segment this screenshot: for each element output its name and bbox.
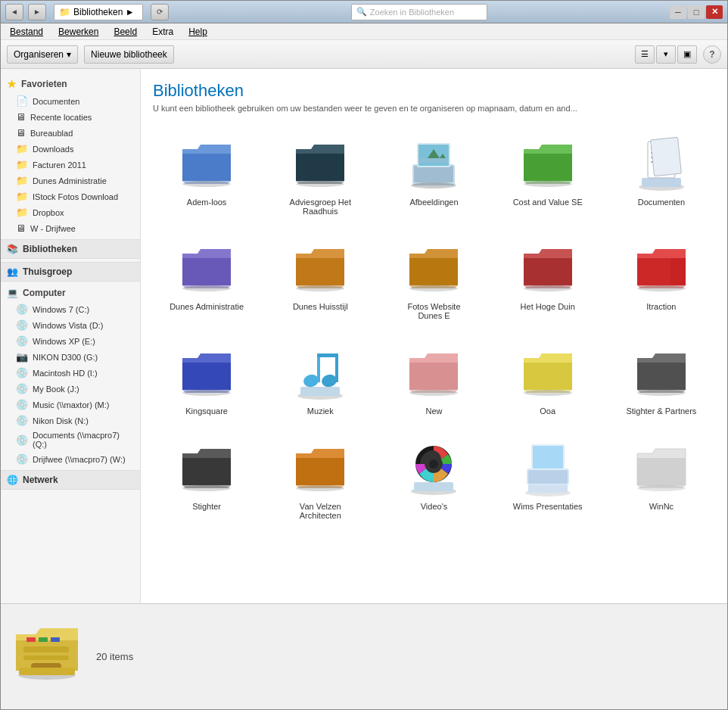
sidebar-item-facturen[interactable]: 📁 Facturen 2011	[1, 157, 140, 173]
items-grid: Adem-loos Adviesgroep Het Raadhuis	[153, 128, 715, 525]
sidebar-thuisgroep-section[interactable]: 👥 Thuisgroep	[1, 262, 140, 282]
folder-green-icon	[518, 132, 578, 193]
lib-item-muziek[interactable]: Muziek	[266, 337, 374, 420]
lib-item-ooa[interactable]: Ooa	[494, 337, 602, 420]
sidebar-item-docs-q[interactable]: 💿 Documents (\\macpro7) (Q:)	[1, 428, 140, 451]
svg-rect-7	[418, 158, 449, 163]
svg-point-1	[296, 181, 344, 187]
lib-item-dunes-huisstijl[interactable]: Dunes Huisstijl	[266, 232, 374, 325]
lib-item-dunes-admin[interactable]: Dunes Administratie	[153, 232, 260, 325]
view-buttons: ☰ ▾ ▣	[635, 45, 697, 64]
lib-item-kingsquare[interactable]: Kingsquare	[153, 337, 260, 420]
menu-bestand[interactable]: Bestand	[7, 25, 46, 39]
back-button[interactable]: ◄	[5, 4, 23, 20]
sidebar-item-bureaublad[interactable]: 🖥 Bureaublad	[1, 125, 140, 141]
sidebar-item-label: Nikon Disk (N:)	[33, 416, 89, 425]
menu-bewerken[interactable]: Bewerken	[55, 25, 101, 39]
sidebar-item-mybook[interactable]: 💿 My Book (J:)	[1, 381, 140, 397]
sidebar-netwerk-section[interactable]: 🌐 Netwerk	[1, 470, 140, 490]
search-icon: 🔍	[356, 7, 367, 17]
sidebar-computer-header[interactable]: 💻 Computer	[1, 285, 140, 301]
svg-point-19	[296, 285, 344, 291]
folder-teal-icon	[290, 132, 350, 193]
svg-point-23	[182, 390, 231, 396]
menu-beeld[interactable]: Beeld	[110, 25, 140, 39]
lib-item-wims[interactable]: Wims Presentaties	[494, 432, 602, 525]
organize-button[interactable]: Organiseren ▾	[7, 45, 78, 64]
sidebar-item-recente[interactable]: 🖥 Recente locaties	[1, 109, 140, 125]
sidebar-item-label: My Book (J:)	[33, 385, 79, 394]
menu-help[interactable]: Help	[185, 25, 210, 39]
mac-i-icon: 💿	[16, 367, 28, 378]
lib-item-adviesgroep[interactable]: Adviesgroep Het Raadhuis	[266, 128, 374, 220]
svg-rect-50	[23, 656, 69, 660]
lib-item-winnc[interactable]: WinNc	[608, 432, 715, 525]
close-button[interactable]: ✕	[706, 5, 723, 19]
sidebar-item-label: Music (\\maxtor) (M:)	[33, 400, 109, 409]
star-icon: ★	[7, 78, 17, 90]
forward-button[interactable]: ►	[28, 4, 46, 20]
sidebar-item-nikon-g[interactable]: 📷 NIKON D300 (G:)	[1, 349, 140, 365]
svg-rect-28	[317, 353, 320, 382]
sidebar-item-winvista[interactable]: 💿 Windows Vista (D:)	[1, 317, 140, 333]
winxp-icon: 💿	[16, 335, 28, 347]
netwerk-icon: 🌐	[7, 475, 18, 485]
item-label: Cost and Value SE	[513, 198, 583, 207]
help-button[interactable]: ?	[703, 45, 721, 64]
svg-rect-17	[650, 137, 681, 176]
svg-point-9	[524, 181, 572, 187]
folder-yellow-icon	[518, 341, 578, 402]
view-pane-button[interactable]: ▣	[677, 45, 697, 64]
refresh-button[interactable]: ⟳	[151, 4, 169, 20]
view-dropdown-button[interactable]: ▾	[656, 45, 676, 64]
menu-extra[interactable]: Extra	[149, 25, 176, 39]
lib-item-van-velzen[interactable]: Van Velzen Architecten	[266, 432, 374, 525]
sidebar-item-winxp[interactable]: 💿 Windows XP (E:)	[1, 333, 140, 349]
lib-item-cost-value[interactable]: Cost and Value SE	[494, 128, 602, 220]
sidebar-item-dunes-admin[interactable]: 📁 Dunes Administratie	[1, 173, 140, 188]
lib-item-documenten[interactable]: Documenten	[608, 128, 715, 220]
sidebar-item-downloads[interactable]: 📁 Downloads	[1, 141, 140, 157]
folder-orange3-icon	[290, 437, 350, 497]
svg-point-8	[411, 182, 456, 188]
sidebar-item-win7[interactable]: 💿 Windows 7 (C:)	[1, 301, 140, 317]
lib-item-videos[interactable]: Video's	[380, 432, 487, 525]
sidebar-item-istock[interactable]: 📁 IStock Fotos Download	[1, 188, 140, 204]
status-folder-icon	[13, 621, 81, 693]
folder-computer-icon	[518, 437, 578, 497]
sidebar-item-music-m[interactable]: 💿 Music (\\maxtor) (M:)	[1, 397, 140, 413]
sidebar-item-label: Windows XP (E:)	[33, 337, 95, 346]
search-bar[interactable]: 🔍 Zoeken in Bibliotheken	[351, 4, 487, 20]
lib-item-itraction[interactable]: Itraction	[608, 232, 715, 325]
sidebar-item-documenten[interactable]: 📄 Documenten	[1, 93, 140, 109]
sidebar-libraries-section[interactable]: 📚 Bibliotheken	[1, 239, 140, 259]
lib-item-stighter[interactable]: Stighter	[153, 432, 260, 525]
sidebar-item-nikon-n[interactable]: 💿 Nikon Disk (N:)	[1, 413, 140, 428]
sidebar-item-label: Documenten	[33, 97, 79, 106]
new-library-button[interactable]: Nieuwe bibliotheek	[84, 45, 174, 64]
sidebar-item-mac-i[interactable]: 💿 Macintosh HD (I:)	[1, 365, 140, 381]
organize-arrow-icon: ▾	[67, 49, 71, 60]
sidebar-item-drijfwee-w[interactable]: 💿 Drijfwee (\\macpro7) (W:)	[1, 451, 140, 467]
lib-item-afbeeldingen[interactable]: Afbeeldingen	[380, 128, 487, 220]
win7-icon: 💿	[16, 304, 28, 315]
folder-music-icon	[290, 341, 350, 402]
lib-item-fotos-website[interactable]: Fotos Website Dunes E	[380, 232, 487, 325]
lib-item-adem-loos[interactable]: Adem-loos	[153, 128, 260, 220]
sidebar-item-drijfwee[interactable]: 🖥 W - Drijfwee	[1, 220, 140, 236]
breadcrumb-bar[interactable]: 📁 Bibliotheken ►	[54, 4, 143, 20]
view-list-button[interactable]: ☰	[635, 45, 655, 64]
svg-point-40	[429, 459, 438, 469]
lib-item-het-hoge-duin[interactable]: Het Hoge Duin	[494, 232, 602, 325]
sidebar-item-label: Downloads	[33, 145, 73, 154]
sidebar-item-label: W - Drijfwee	[30, 224, 76, 233]
folder-icon: 📁	[59, 7, 70, 17]
minimize-button[interactable]: ─	[670, 5, 686, 19]
lib-item-stighter-partners[interactable]: Stighter & Partners	[608, 337, 715, 420]
thuisgroep-label: Thuisgroep	[23, 266, 72, 277]
sidebar-item-dropbox[interactable]: 📁 Dropbox	[1, 204, 140, 220]
item-label: Kingsquare	[185, 406, 228, 416]
maximize-button[interactable]: □	[688, 5, 705, 19]
lib-item-new[interactable]: New	[380, 337, 487, 420]
sidebar-favorites-header[interactable]: ★ Favorieten	[1, 75, 140, 93]
